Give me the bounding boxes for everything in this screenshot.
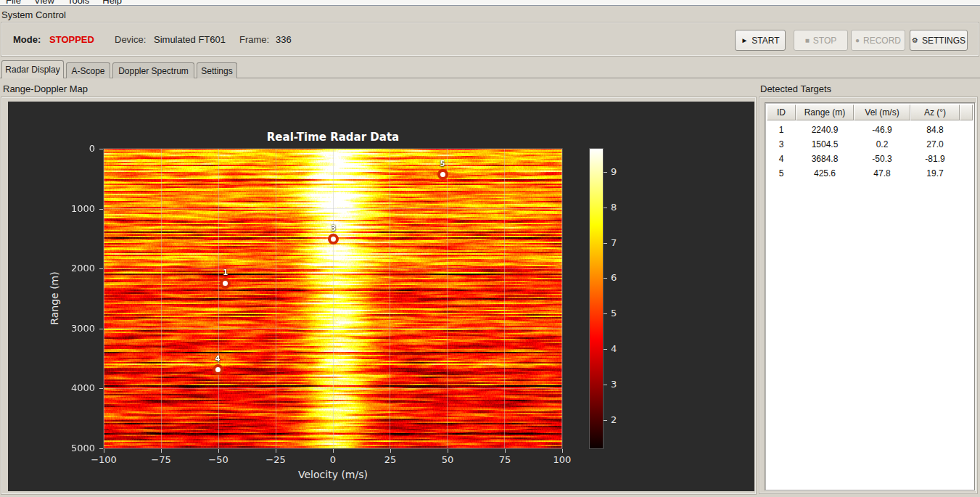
colorbar-tick-label: 4 <box>611 343 633 354</box>
cell-az: 84.8 <box>910 123 960 137</box>
colorbar-tick <box>604 385 607 385</box>
target-marker-5[interactable] <box>437 169 448 180</box>
column-header-range[interactable]: Range (m) <box>796 104 854 120</box>
range-doppler-title: Range-Doppler Map <box>3 83 88 94</box>
x-tick <box>218 449 219 453</box>
column-header-vel[interactable]: Vel (m/s) <box>854 104 910 120</box>
y-tick <box>99 209 103 210</box>
stop-button-label: STOP <box>813 36 836 46</box>
target-marker-label: 1 <box>218 268 233 276</box>
tab-a-scope[interactable]: A-Scope <box>66 62 110 78</box>
colorbar-tick <box>604 172 607 173</box>
start-icon: ► <box>741 37 748 44</box>
y-tick <box>99 149 103 149</box>
x-tick <box>505 449 506 453</box>
y-tick <box>99 268 103 269</box>
x-tick <box>390 449 391 453</box>
cell-vel: 47.8 <box>854 166 910 181</box>
x-tick-label: −100 <box>82 454 125 465</box>
x-tick <box>448 449 448 453</box>
cell-az: 27.0 <box>910 137 960 152</box>
cell-vel: -46.9 <box>854 123 910 137</box>
target-marker-label: 3 <box>326 224 341 232</box>
colorbar-tick <box>604 349 607 350</box>
menu-items: FileViewToolsHelp <box>6 0 135 6</box>
colorbar-tick <box>604 278 607 279</box>
x-tick-label: −50 <box>197 454 240 465</box>
record-icon: ● <box>855 37 860 44</box>
x-tick-label: 75 <box>483 454 527 465</box>
cell-range: 2240.9 <box>796 123 854 137</box>
cell-id: 1 <box>767 123 796 137</box>
colorbar-tick <box>604 208 607 208</box>
range-doppler-heatmap <box>104 149 562 448</box>
y-tick <box>99 448 103 449</box>
colorbar-tick <box>604 313 607 314</box>
mode-label: Mode: <box>13 34 41 45</box>
x-tick <box>333 449 334 453</box>
mode-value: STOPPED <box>49 34 94 45</box>
menu-help[interactable]: Help <box>102 0 122 6</box>
cell-az: -81.9 <box>910 152 960 166</box>
colorbar-tick-label: 5 <box>611 308 633 319</box>
colorbar-tick-label: 7 <box>611 237 633 248</box>
x-tick-label: 25 <box>368 454 412 465</box>
menu-view[interactable]: View <box>34 0 54 6</box>
frame-label: Frame: <box>239 34 269 45</box>
x-axis-label: Velocity (m/s) <box>260 469 405 480</box>
cell-id: 3 <box>767 137 796 152</box>
menu-file[interactable]: File <box>6 0 21 6</box>
settings-button-label: SETTINGS <box>922 36 965 46</box>
menu-bar: FileViewToolsHelp <box>0 0 980 6</box>
table-row[interactable]: 12240.9-46.984.8 <box>767 123 973 137</box>
cell-id: 4 <box>767 152 796 166</box>
menu-tools[interactable]: Tools <box>67 0 89 6</box>
target-marker-1[interactable] <box>220 278 231 289</box>
y-tick-label: 1000 <box>63 203 95 214</box>
x-tick-label: −25 <box>254 454 297 465</box>
colorbar-tick-label: 8 <box>611 202 633 213</box>
cell-range: 3684.8 <box>796 152 854 166</box>
record-button-label: RECORD <box>863 36 901 46</box>
cell-range: 425.6 <box>796 166 854 181</box>
column-header-id[interactable]: ID <box>767 104 796 120</box>
detected-targets-table[interactable]: IDRange (m)Vel (m/s)Az (°) 12240.9-46.98… <box>765 102 975 490</box>
colorbar <box>590 149 603 448</box>
start-button[interactable]: ►START <box>735 30 786 51</box>
y-axis-label: Range (m) <box>49 271 60 324</box>
y-tick-label: 5000 <box>63 443 95 453</box>
settings-icon: ⚙ <box>912 37 918 44</box>
system-control-title: System Control <box>1 9 66 20</box>
x-tick <box>104 449 104 453</box>
x-tick-label: 0 <box>311 454 355 465</box>
stop-icon: ■ <box>805 37 810 44</box>
record-button[interactable]: ●RECORD <box>851 30 905 51</box>
tab-doppler-spectrum[interactable]: Doppler Spectrum <box>112 62 194 78</box>
stop-button[interactable]: ■STOP <box>794 30 848 51</box>
y-tick-label: 0 <box>63 143 95 154</box>
frame-value: 336 <box>276 34 292 45</box>
x-tick <box>161 449 162 453</box>
colorbar-tick-label: 2 <box>611 414 633 425</box>
target-marker-label: 4 <box>210 355 225 363</box>
target-marker-3[interactable] <box>328 234 339 245</box>
device-label: Device: <box>115 34 146 45</box>
target-marker-label: 5 <box>435 160 450 168</box>
start-button-label: START <box>752 36 779 46</box>
y-tick-label: 3000 <box>63 323 95 334</box>
cell-az: 19.7 <box>910 166 960 181</box>
device-value: Simulated FT601 <box>154 34 226 45</box>
target-marker-4[interactable] <box>213 364 223 375</box>
column-header-az[interactable]: Az (°) <box>910 104 960 120</box>
settings-button[interactable]: ⚙SETTINGS <box>910 30 968 51</box>
colorbar-tick-label: 9 <box>611 166 633 177</box>
y-tick-label: 2000 <box>63 263 95 274</box>
table-row[interactable]: 31504.50.227.0 <box>767 137 973 152</box>
y-tick <box>99 329 103 329</box>
table-row[interactable]: 5425.647.819.7 <box>767 166 973 181</box>
tab-settings[interactable]: Settings <box>197 62 237 78</box>
table-row[interactable]: 43684.8-50.3-81.9 <box>767 152 973 166</box>
x-tick-label: −75 <box>139 454 183 465</box>
tab-radar-display[interactable]: Radar Display <box>1 60 64 78</box>
x-tick-label: 100 <box>540 454 584 465</box>
